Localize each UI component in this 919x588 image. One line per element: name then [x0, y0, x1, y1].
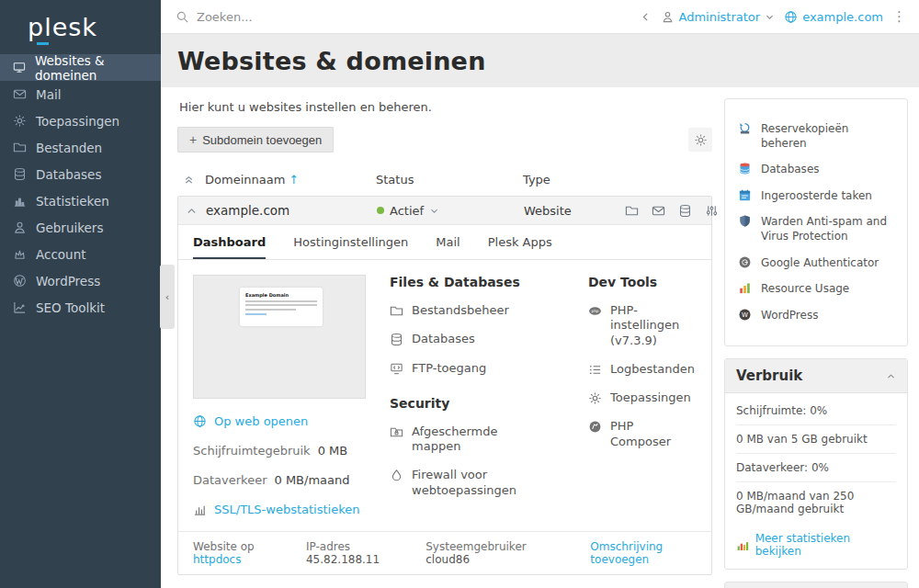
- list-settings-button[interactable]: [688, 128, 712, 152]
- tab[interactable]: Hostinginstellingen: [293, 225, 408, 259]
- dashboard-link[interactable]: Logbestanden: [588, 362, 697, 377]
- tool-link[interactable]: Ingeroosterde taken: [738, 189, 894, 204]
- seo-icon: [13, 300, 27, 314]
- sidebar-item[interactable]: Toepassingen: [0, 107, 161, 134]
- collapse-all-icon[interactable]: [183, 174, 195, 186]
- dashboard-link[interactable]: Afgeschermde mappen: [390, 424, 528, 455]
- back-chevron-icon[interactable]: [640, 11, 652, 23]
- tool-link[interactable]: Google Authenticator: [738, 256, 894, 271]
- sidebar-item[interactable]: Mail: [0, 81, 161, 107]
- column-status[interactable]: Status: [376, 173, 523, 187]
- dashboard-link[interactable]: PHP Composer: [588, 419, 697, 449]
- tool-link[interactable]: Databases: [738, 163, 894, 177]
- php-icon: php: [588, 304, 602, 318]
- tools-panel: Reservekopieën beheren Databases Ingeroo…: [724, 98, 908, 346]
- tab[interactable]: Plesk Apps: [488, 225, 552, 259]
- column-type[interactable]: Type: [523, 173, 624, 187]
- more-stats-link[interactable]: Meer statistieken bekijken: [736, 523, 896, 558]
- sidebar: plesk Websites & domeinen Mail Toepassin…: [0, 0, 161, 588]
- sidebar-item[interactable]: Bestanden: [0, 134, 161, 161]
- sidebar-item-label: SEO Toolkit: [36, 300, 105, 315]
- sidebar-item[interactable]: Gebruikers: [0, 214, 161, 241]
- sidebar-item-label: WordPress: [36, 274, 100, 288]
- files-section: Files & Databases Bestandsbeheer: [390, 275, 564, 376]
- user-icon: [13, 220, 27, 234]
- files-icon[interactable]: [625, 204, 639, 218]
- dashboard-link[interactable]: Firewall voor webtoepassingen: [390, 468, 528, 498]
- sidebar-item[interactable]: SEO Toolkit: [0, 294, 161, 321]
- row-collapse-icon[interactable]: [186, 205, 198, 217]
- list-icon: [588, 363, 602, 377]
- disk-percent: Schijfruimte: 0%: [736, 397, 896, 425]
- tab[interactable]: Dashboard: [193, 225, 266, 259]
- dashboard-link[interactable]: Toepassingen: [588, 390, 697, 405]
- sidebar-collapse-handle[interactable]: ‹: [160, 265, 175, 329]
- database-icon: [390, 333, 403, 346]
- domain-status[interactable]: Actief: [377, 204, 524, 218]
- domain-name[interactable]: example.com: [206, 203, 377, 218]
- sidebar-item[interactable]: Account: [0, 241, 161, 267]
- extra-panel-header[interactable]: Extra diensten: [725, 582, 907, 588]
- logo-underline: [37, 42, 49, 45]
- site-preview-page: Example Domain: [240, 288, 323, 326]
- domain-switcher[interactable]: example.com: [784, 10, 883, 24]
- traffic-percent: Dataverkeer: 0%: [736, 454, 896, 482]
- folder-icon: [390, 304, 403, 318]
- ftp-icon: [390, 362, 403, 376]
- sidebar-item-label: Statistieken: [36, 194, 109, 209]
- site-preview[interactable]: Example Domain: [193, 275, 366, 399]
- domain-type: Website: [524, 204, 625, 218]
- security-section: Security Afgeschermde mappen: [390, 396, 564, 498]
- dashboard-link[interactable]: Databases: [390, 332, 564, 346]
- mail-icon[interactable]: [652, 204, 665, 218]
- section-title: Security: [390, 396, 564, 411]
- toolbar: + Subdomein toevoegen: [177, 127, 712, 153]
- more-menu-icon[interactable]: ⋮: [892, 8, 906, 25]
- website-root: Website op httpdocs: [193, 540, 282, 566]
- sidebar-item[interactable]: Statistieken: [0, 187, 161, 214]
- preview-links: Op web openen Schijfruimtegebruik 0 MB D…: [193, 414, 366, 516]
- sidebar-item[interactable]: Databases: [0, 161, 161, 187]
- tool-link[interactable]: W WordPress: [738, 309, 894, 323]
- user-menu[interactable]: Administrator: [661, 10, 776, 24]
- sidebar-item[interactable]: Websites & domeinen: [0, 54, 161, 81]
- preview-column: Example Domain Op web o: [193, 275, 366, 516]
- dashboard-link[interactable]: php PHP-instellingen (v7.3.9): [588, 303, 697, 348]
- ssl-stats-link[interactable]: SSL/TLS-webstatistieken: [193, 503, 366, 516]
- sidebar-item[interactable]: WordPress: [0, 267, 161, 294]
- domain-card: example.com Actief Website: [177, 196, 712, 575]
- logo-text: plesk: [28, 13, 97, 41]
- httpdocs-link[interactable]: httpdocs: [193, 553, 241, 566]
- globe-icon: [193, 414, 207, 428]
- database-icon[interactable]: [678, 204, 692, 218]
- gear-icon: [13, 114, 27, 128]
- content-column: Hier kunt u websites instellen en behere…: [177, 98, 712, 588]
- dashboard-link[interactable]: FTP-toegang: [390, 361, 564, 376]
- page-title: Websites & domeinen: [177, 47, 486, 75]
- usage-panel-header[interactable]: Verbruik: [725, 359, 907, 393]
- dashboard-link[interactable]: Bestandsbeheer: [390, 303, 564, 318]
- add-description-link[interactable]: Omschrijving toevoegen: [590, 540, 697, 566]
- open-web-link[interactable]: Op web openen: [193, 414, 366, 428]
- tool-link[interactable]: Resource Usage: [738, 282, 894, 297]
- plesk-logo[interactable]: plesk: [0, 0, 161, 54]
- add-subdomain-button[interactable]: + Subdomein toevoegen: [177, 127, 334, 153]
- search-input[interactable]: [197, 10, 472, 24]
- tab[interactable]: Mail: [436, 225, 460, 259]
- domain-tabs: Dashboard Hostinginstellingen Mail: [178, 225, 711, 260]
- sliders-icon[interactable]: [705, 204, 719, 218]
- collapse-panel-icon: [886, 371, 896, 381]
- gear-icon: [694, 133, 708, 147]
- domain-quick-actions: [625, 204, 726, 218]
- folder-icon: [13, 141, 27, 154]
- svg-text:php: php: [591, 309, 598, 313]
- disk-usage: Schijfruimtegebruik 0 MB: [193, 444, 366, 458]
- column-domain[interactable]: Domeinnaam↑: [205, 173, 376, 187]
- ip-address: IP-adres 45.82.188.11: [306, 540, 402, 566]
- topbar: Administrator example.com ⋮: [161, 0, 919, 34]
- chevron-down-icon: [765, 12, 775, 22]
- tool-link[interactable]: Warden Anti-spam and Virus Protection: [738, 215, 894, 243]
- tool-link[interactable]: Reservekopieën beheren: [738, 122, 894, 151]
- bar-chart-icon: [13, 194, 27, 208]
- usage-panel: Verbruik Schijfruimte: 0% 0 MB van 5 GB …: [724, 358, 908, 570]
